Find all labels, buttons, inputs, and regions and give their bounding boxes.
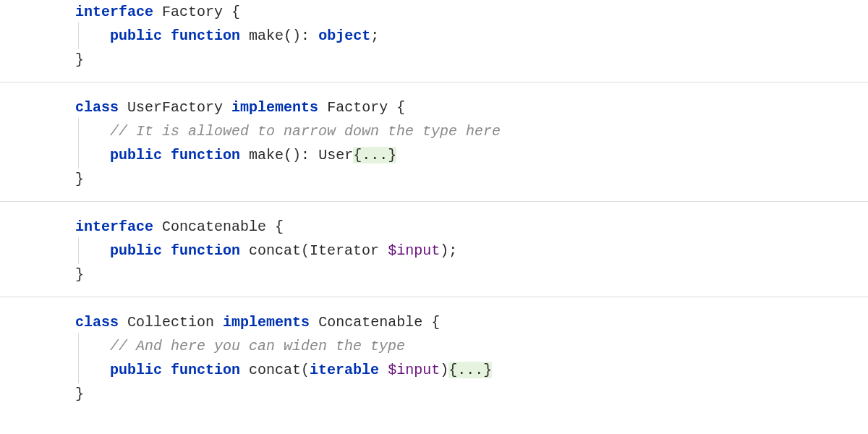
code-pre: class Collection implements Concatenable… <box>75 310 868 406</box>
brace-close: } <box>75 266 84 283</box>
brace-open: { <box>396 99 405 116</box>
keyword-class: class <box>75 99 119 116</box>
base-type: Factory <box>327 99 388 116</box>
return-type: object <box>318 27 370 44</box>
keyword-interface: interface <box>75 4 153 20</box>
keyword-function: function <box>171 362 240 378</box>
param-var: $input <box>388 362 440 378</box>
paren-open: ( <box>301 242 310 259</box>
method-name: make <box>249 147 284 163</box>
param-type: Iterator <box>310 242 379 259</box>
keyword-implements: implements <box>231 99 318 116</box>
base-type: Concatenable <box>318 314 422 331</box>
keyword-public: public <box>110 242 162 259</box>
code-pre: interface Concatenable { public function… <box>75 215 868 286</box>
method-name: make <box>249 27 284 44</box>
code-pre: interface Factory { public function make… <box>75 0 868 72</box>
keyword-public: public <box>110 147 162 163</box>
comment: // It is allowed to narrow down the type… <box>110 123 501 140</box>
keyword-function: function <box>171 242 240 259</box>
return-type: User <box>318 147 353 163</box>
paren-open: ( <box>301 362 310 378</box>
folded-body: {...} <box>353 147 396 163</box>
brace-close: } <box>75 386 84 402</box>
keyword-implements: implements <box>223 314 310 331</box>
keyword-function: function <box>171 147 240 163</box>
keyword-public: public <box>110 27 162 44</box>
folded-body: {...} <box>448 362 492 378</box>
semicolon: ; <box>370 27 379 44</box>
code-pre: class UserFactory implements Factory { /… <box>75 95 868 191</box>
comment: // And here you can widen the type <box>110 338 405 354</box>
colon: : <box>301 27 310 44</box>
param-type: iterable <box>310 362 379 378</box>
colon: : <box>301 147 310 163</box>
brace-open: { <box>275 218 284 235</box>
keyword-class: class <box>75 314 119 331</box>
code-block-collection: class Collection implements Concatenable… <box>0 310 868 406</box>
brace-close: } <box>75 51 84 68</box>
type-name: Factory <box>162 4 223 20</box>
brace-close: } <box>75 171 84 187</box>
type-name: UserFactory <box>127 99 223 116</box>
type-name: Concatenable <box>162 218 266 235</box>
code-listing: interface Factory { public function make… <box>0 0 868 406</box>
brace-open: { <box>231 4 240 20</box>
semicolon: ; <box>448 242 457 259</box>
param-var: $input <box>388 242 440 259</box>
code-block-userfactory: class UserFactory implements Factory { /… <box>0 95 868 202</box>
code-block-concatenable: interface Concatenable { public function… <box>0 215 868 297</box>
keyword-interface: interface <box>75 218 153 235</box>
paren-close: ) <box>440 362 448 378</box>
method-name: concat <box>249 362 301 378</box>
method-name: concat <box>249 242 301 259</box>
type-name: Collection <box>127 314 214 331</box>
brace-open: { <box>431 314 440 331</box>
paren-open: () <box>284 27 301 44</box>
paren-close: ) <box>440 242 448 259</box>
keyword-public: public <box>110 362 162 378</box>
code-block-factory: interface Factory { public function make… <box>0 0 868 82</box>
paren: () <box>284 147 301 163</box>
keyword-function: function <box>171 27 240 44</box>
